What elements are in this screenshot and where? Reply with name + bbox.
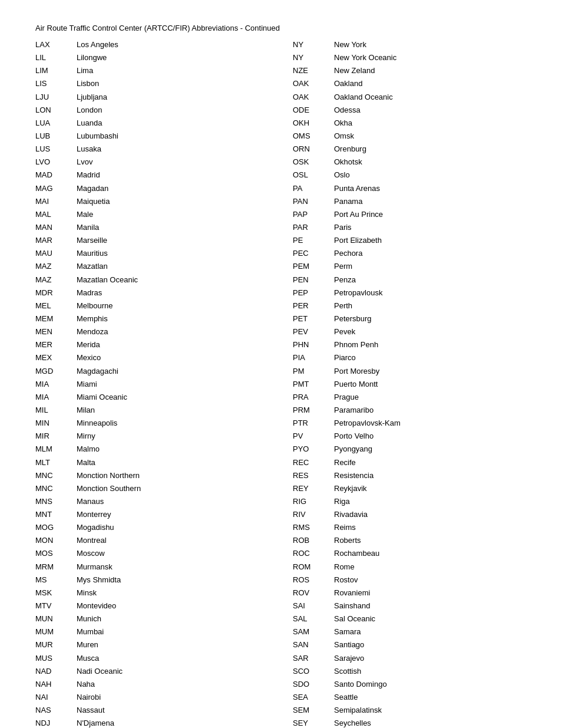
code-cell: SDO [293, 678, 334, 691]
name-cell: Rochambeau [334, 547, 527, 560]
code-cell: SAM [293, 625, 334, 638]
name-cell: Munich [77, 612, 269, 625]
code-cell: NAS [35, 704, 77, 717]
name-cell: Nadi Oceanic [77, 665, 269, 678]
name-cell: Musca [77, 652, 269, 665]
code-cell: NAD [35, 665, 77, 678]
name-cell: Rostov [334, 574, 527, 587]
code-cell: MIR [35, 430, 77, 443]
page-title: Air Route Traffic Control Center (ARTCC/… [35, 24, 527, 32]
name-cell: Odessa [334, 104, 527, 117]
code-cell: MOG [35, 521, 77, 534]
name-cell: N'Djamena [77, 717, 269, 728]
name-cell: Port Elizabeth [334, 234, 527, 247]
code-cell: PAN [293, 195, 334, 208]
code-cell: PA [293, 182, 334, 195]
code-cell: ORN [293, 143, 334, 156]
name-cell: Penza [334, 274, 527, 286]
code-cell: MAI [35, 195, 77, 208]
name-cell: Omsk [334, 130, 527, 143]
code-cell: PTR [293, 417, 334, 430]
code-cell: OKH [293, 117, 334, 130]
name-cell: Maiquetia [77, 195, 269, 208]
name-cell: Reims [334, 521, 527, 534]
code-cell: PAP [293, 208, 334, 221]
name-cell: Oslo [334, 169, 527, 182]
code-cell: MUN [35, 612, 77, 625]
code-cell: REC [293, 456, 334, 469]
name-cell: Piarco [334, 351, 527, 364]
code-cell: SAR [293, 652, 334, 665]
code-cell: MAZ [35, 260, 77, 273]
code-cell: ROV [293, 587, 334, 599]
code-cell: LIS [35, 77, 77, 90]
name-cell: Mauritius [77, 247, 269, 260]
name-cell: Magdagachi [77, 365, 269, 378]
name-cell: Riga [334, 495, 527, 508]
name-cell: Orenburg [334, 143, 527, 156]
name-cell: Madras [77, 286, 269, 299]
name-cell: Miami [77, 378, 269, 391]
code-cell: PMT [293, 378, 334, 391]
code-cell: MAN [35, 221, 77, 234]
code-cell: MEX [35, 351, 77, 364]
name-cell: Montevideo [77, 599, 269, 612]
code-cell: MIN [35, 417, 77, 430]
name-cell: Sarajevo [334, 652, 527, 665]
name-cell: Mexico [77, 351, 269, 364]
code-cell: RIV [293, 508, 334, 521]
code-cell: PER [293, 299, 334, 312]
name-cell: Nairobi [77, 691, 269, 704]
code-cell: PEV [293, 325, 334, 338]
name-cell: Minneapolis [77, 417, 269, 430]
code-cell: MON [35, 534, 77, 547]
name-cell: Roberts [334, 534, 527, 547]
name-cell: Mys Shmidta [77, 574, 269, 587]
code-cell: PIA [293, 351, 334, 364]
code-cell: PRM [293, 404, 334, 417]
name-cell: Monterrey [77, 508, 269, 521]
name-cell: Monction Southern [77, 482, 269, 495]
name-cell: Madrid [77, 169, 269, 182]
name-cell: Lima [77, 64, 269, 77]
code-cell: RIG [293, 495, 334, 508]
name-cell: Naha [77, 678, 269, 691]
code-cell: MER [35, 338, 77, 351]
code-cell: MAL [35, 208, 77, 221]
name-cell: Monction Northern [77, 469, 269, 482]
code-cell: ROS [293, 574, 334, 587]
code-cell: MUR [35, 638, 77, 651]
name-cell: Santiago [334, 638, 527, 651]
code-cell: LJU [35, 91, 77, 104]
name-cell: Samara [334, 625, 527, 638]
name-cell: Melbourne [77, 299, 269, 312]
name-cell: Okha [334, 117, 527, 130]
code-cell: MRM [35, 561, 77, 574]
code-cell: NZE [293, 64, 334, 77]
name-cell: Oakland Oceanic [334, 91, 527, 104]
page-container: Air Route Traffic Control Center (ARTCC/… [0, 0, 562, 728]
code-cell: MEN [35, 325, 77, 338]
code-cell: NAI [35, 691, 77, 704]
code-cell: NDJ [35, 717, 77, 728]
code-cell: PE [293, 234, 334, 247]
name-cell: Milan [77, 404, 269, 417]
name-cell: Seattle [334, 691, 527, 704]
code-cell: SEM [293, 704, 334, 717]
name-cell: Paramaribo [334, 404, 527, 417]
code-cell: ODE [293, 104, 334, 117]
name-cell: Minsk [77, 587, 269, 599]
name-cell: Lilongwe [77, 51, 269, 64]
name-cell: New York [334, 38, 527, 51]
name-cell: Resistencia [334, 469, 527, 482]
name-cell: Prague [334, 391, 527, 404]
code-cell: NY [293, 51, 334, 64]
code-cell: PEC [293, 247, 334, 260]
code-cell: PEN [293, 274, 334, 286]
name-cell: Santo Domingo [334, 678, 527, 691]
name-cell: Port Moresby [334, 365, 527, 378]
code-cell: MLT [35, 456, 77, 469]
name-cell: Lvov [77, 156, 269, 169]
name-cell: Marseille [77, 234, 269, 247]
code-cell: MEM [35, 312, 77, 325]
